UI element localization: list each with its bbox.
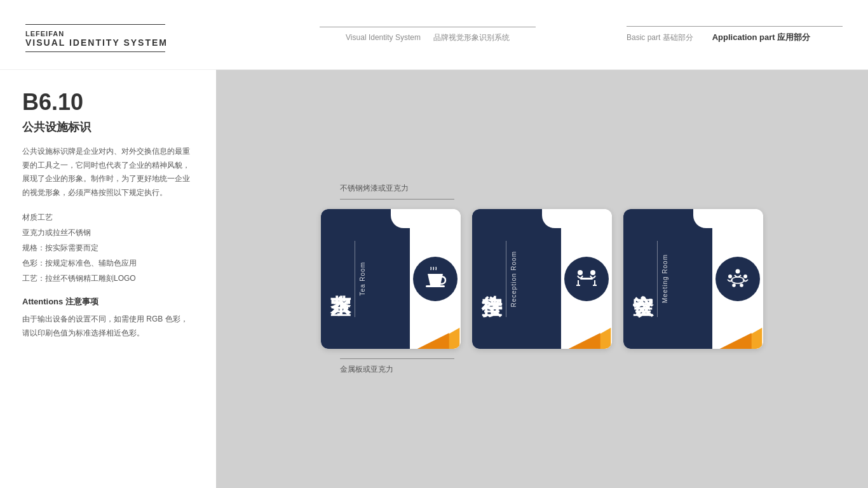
nav-vis-system[interactable]: Visual Identity System — [346, 33, 421, 42]
sign-card-reception: 接待室 Reception Room — [472, 209, 612, 349]
sign-divider-reception — [506, 241, 506, 317]
header-top-line — [25, 24, 165, 25]
material-title: 材质工艺 — [22, 210, 194, 225]
sign-right-tea — [410, 209, 461, 349]
nav-app-part[interactable]: Application part 应用部分 — [712, 32, 811, 43]
sign-card-tea: 茶水室 Tea Room — [321, 209, 461, 349]
brand-logo: LEFEIFAN VISUAL IDENTITY SYSTEM — [25, 18, 229, 52]
section-title: 公共设施标识 — [22, 119, 194, 135]
brand-name: LEFEIFAN — [25, 30, 229, 37]
svg-marker-19 — [720, 333, 752, 349]
header-center-nav: Visual Identity System 品牌视觉形象识别系统 — [229, 27, 627, 43]
material-4: 工艺：拉丝不锈钢精工雕刻LOGO — [22, 271, 194, 286]
sign-left-reception: 接待室 Reception Room — [472, 209, 561, 349]
corner-accent-reception — [542, 209, 561, 228]
center-top-line — [320, 27, 536, 27]
reception-icon — [574, 266, 599, 292]
sign-card-meeting: 会议室 Meeting Room — [623, 209, 763, 349]
signage-area: 不锈钢烤漆或亚克力 茶水室 Tea Room — [321, 183, 763, 375]
svg-point-12 — [736, 269, 740, 274]
attention-title: Attentions 注意事项 — [22, 296, 194, 308]
svg-rect-5 — [580, 278, 593, 280]
reception-decorative — [567, 317, 612, 349]
meeting-decorative — [719, 317, 763, 349]
sign-divider-tea — [355, 241, 355, 317]
material-list: 材质工艺 亚克力或拉丝不锈钢 规格：按实际需要而定 色彩：按规定标准色、辅助色应… — [22, 210, 194, 286]
sign-divider-meeting — [657, 241, 658, 317]
sign-right-reception — [561, 209, 612, 349]
tea-icon — [423, 266, 448, 292]
header: LEFEIFAN VISUAL IDENTITY SYSTEM Visual I… — [0, 0, 868, 70]
sign-right-meeting — [712, 209, 763, 349]
svg-point-14 — [743, 274, 747, 278]
sign-english-tea: Tea Room — [359, 262, 366, 296]
signs-row: 茶水室 Tea Room — [321, 209, 763, 349]
nav-basic-part[interactable]: Basic part 基础部分 — [627, 32, 693, 43]
svg-point-15 — [732, 283, 736, 287]
bottom-line-indicator — [340, 358, 454, 359]
left-panel: B6.10 公共设施标识 公共设施标识牌是企业对内、对外交换信息的最重要的工具之… — [0, 70, 216, 488]
reception-icon-circle — [564, 257, 609, 301]
svg-marker-2 — [417, 333, 449, 349]
svg-point-4 — [590, 270, 595, 275]
right-top-line — [627, 26, 843, 27]
section-code: B6.10 — [22, 89, 194, 116]
top-line-indicator — [340, 199, 454, 200]
sign-english-reception: Reception Room — [510, 251, 517, 307]
sign-left-meeting: 会议室 Meeting Room — [623, 209, 712, 349]
svg-point-16 — [740, 283, 743, 287]
svg-rect-0 — [426, 285, 445, 287]
bottom-label: 金属板或亚克力 — [340, 364, 393, 375]
nav-brand-vis[interactable]: 品牌视觉形象识别系统 — [433, 32, 510, 43]
tea-icon-circle — [413, 257, 458, 301]
corner-accent-meeting — [693, 209, 712, 228]
sign-left-tea: 茶水室 Tea Room — [321, 209, 410, 349]
tea-decorative — [416, 317, 461, 349]
right-panel: 不锈钢烤漆或亚克力 茶水室 Tea Room — [216, 70, 868, 488]
sign-english-meeting: Meeting Room — [661, 254, 668, 303]
header-bottom-line — [25, 51, 165, 52]
top-label: 不锈钢烤漆或亚克力 — [340, 183, 409, 194]
meeting-icon-circle — [715, 257, 760, 301]
header-right-nav: Basic part 基础部分 Application part 应用部分 — [627, 26, 843, 43]
svg-point-13 — [728, 274, 732, 278]
corner-accent-tea — [391, 209, 410, 228]
svg-point-3 — [578, 270, 583, 275]
attention-desc: 由于输出设备的设置不同，如需使用 RGB 色彩，请以印刷色值为标准选择相近色彩。 — [22, 313, 194, 340]
main-content: B6.10 公共设施标识 公共设施标识牌是企业对内、对外交换信息的最重要的工具之… — [0, 70, 868, 488]
description-text: 公共设施标识牌是企业对内、对外交换信息的最重要的工具之一，它同时也代表了企业的精… — [22, 145, 194, 200]
brand-subtitle: VISUAL IDENTITY SYSTEM — [25, 37, 229, 48]
material-2: 规格：按实际需要而定 — [22, 240, 194, 255]
material-1: 亚克力或拉丝不锈钢 — [22, 225, 194, 240]
svg-point-17 — [731, 277, 744, 283]
material-3: 色彩：按规定标准色、辅助色应用 — [22, 255, 194, 271]
svg-marker-11 — [569, 333, 600, 349]
meeting-icon — [725, 266, 750, 292]
